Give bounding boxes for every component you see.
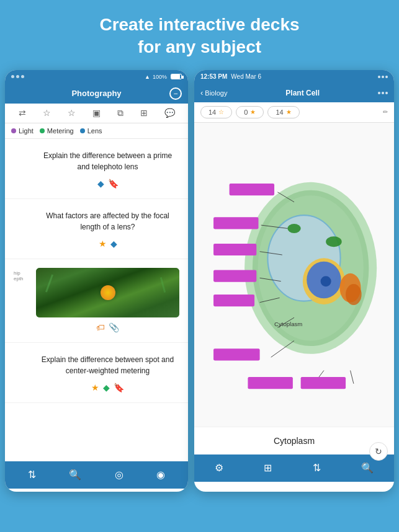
chloroplast-2 <box>287 224 300 233</box>
chip-metering[interactable]: Metering <box>40 127 74 135</box>
phone-bottom-sort-icon[interactable]: ⇅ <box>28 469 36 481</box>
card-1-icon-diamond: ◆ <box>97 179 104 188</box>
header: Create interactive decks for any subject <box>0 0 399 70</box>
layers-icon[interactable]: ▣ <box>92 108 101 118</box>
filter-chips: Light Metering Lens <box>5 123 188 139</box>
phone-menu-button[interactable]: − <box>169 87 182 100</box>
tablet-card-bottom: Cytoplasm <box>194 427 394 454</box>
cytoplasm-text: Cytoplasm <box>274 321 302 327</box>
filter-count-3: 14 <box>276 109 283 116</box>
battery-percent: 100% <box>153 74 167 80</box>
filter-count-2: 0 <box>244 109 248 116</box>
phone-bottom-target-icon[interactable]: ◉ <box>156 469 165 481</box>
label-box-1 <box>230 184 274 195</box>
tablet-mockup: 12:53 PM Wed Mar 6 ‹ Biology Plant Cell <box>194 70 394 492</box>
battery-bar <box>171 74 182 79</box>
menu-dot-1 <box>378 92 380 94</box>
card-1-text: Explain the difference between a prime a… <box>36 145 179 176</box>
card-3-image <box>36 268 179 317</box>
card-2-icons: ★ ◆ <box>36 236 179 252</box>
chip-light[interactable]: Light <box>11 127 34 135</box>
devices-row: ▲ 100% Photography − ⇄ ☆ ☆ ▣ ⧉ ⊞ 💬 <box>0 70 399 492</box>
star-icon[interactable]: ☆ <box>68 108 76 118</box>
card-4-stub <box>14 349 31 396</box>
phone-nav-bar: Photography − <box>5 84 188 104</box>
tablet-date: Wed Mar 6 <box>231 73 261 80</box>
tablet-bottom-grid-icon[interactable]: ⊞ <box>264 462 272 474</box>
tablet-bottom-search-icon[interactable]: 🔍 <box>361 462 374 474</box>
battery-fill <box>171 74 180 79</box>
card-3-stub: hipepth <box>14 265 31 336</box>
card-4-text: Explain the difference between spot and … <box>36 349 179 380</box>
copy-icon[interactable]: ⧉ <box>117 108 123 118</box>
edit-icon[interactable]: ✏ <box>383 109 388 115</box>
card-1-icons: ◆ 🔖 <box>36 176 179 192</box>
tablet-dot-1 <box>378 76 380 78</box>
tablet-back-button[interactable]: ‹ Biology <box>200 88 227 97</box>
chip-metering-label: Metering <box>47 127 74 135</box>
card-4-icons: ★ ◆ 🔖 <box>36 380 179 396</box>
card-1-stub <box>14 145 31 192</box>
phone-bottom-circle-icon[interactable]: ◎ <box>115 469 123 481</box>
card-3-body: 🏷 📎 <box>36 265 179 336</box>
tablet-back-label: Biology <box>205 89 227 97</box>
card-1-body: Explain the difference between a prime a… <box>36 145 179 192</box>
card-list: Explain the difference between a prime a… <box>5 139 188 461</box>
label-box-7 <box>248 377 292 389</box>
card-2-text: What factors are affected by the focal l… <box>36 205 179 236</box>
phone-status-right: ▲ 100% <box>145 74 182 80</box>
card-3-icon-tag: 🏷 <box>96 322 105 332</box>
card-2-body: What factors are affected by the focal l… <box>36 205 179 252</box>
filter-pill-14-star[interactable]: 14 ★ <box>267 106 299 118</box>
phone-status-bar: ▲ 100% <box>5 70 188 84</box>
chip-lens-label: Lens <box>87 127 102 135</box>
tablet-bottom-sort-icon[interactable]: ⇅ <box>313 462 321 474</box>
bottom-card-text: Cytoplasm <box>274 436 315 446</box>
header-title: Create interactive decks for any subject <box>25 14 374 59</box>
chip-lens[interactable]: Lens <box>80 127 102 135</box>
tablet-bottom-settings-icon[interactable]: ⚙ <box>215 462 223 474</box>
tablet-nav-title: Plant Cell <box>285 89 320 97</box>
chloroplast-1 <box>326 236 342 247</box>
chip-dot-metering <box>40 128 45 133</box>
tablet-dot-3 <box>385 76 388 78</box>
tablet-nav-bar: ‹ Biology Plant Cell <box>194 84 394 102</box>
grid-icon[interactable]: ⊞ <box>140 108 148 118</box>
chip-light-label: Light <box>19 127 34 135</box>
dot-3 <box>21 75 24 78</box>
bookmark-icon[interactable]: ☆ <box>43 108 51 118</box>
dot-2 <box>16 75 19 78</box>
card-1-icon-bookmark: 🔖 <box>108 179 119 188</box>
filter-star-filled-1: ★ <box>250 109 256 115</box>
filter-star-empty-1: ☆ <box>218 109 224 115</box>
filter-pill-14[interactable]: 14 ☆ <box>200 106 232 118</box>
card-3[interactable]: hipepth 🏷 📎 <box>5 259 188 343</box>
chat-icon[interactable]: 💬 <box>164 108 175 118</box>
card-4-icon-star: ★ <box>91 383 99 392</box>
filter-count-1: 14 <box>208 109 216 116</box>
refresh-icon: ↻ <box>375 446 382 456</box>
label-box-4 <box>213 270 256 282</box>
tablet-menu-dots[interactable] <box>378 92 388 94</box>
refresh-button[interactable]: ↻ <box>369 442 388 461</box>
cell-svg: Cytoplasm <box>194 123 394 427</box>
tablet-bottom-bar: ⚙ ⊞ ⇅ 🔍 <box>194 454 394 482</box>
phone-bottom-bar: ⇅ 🔍 ◎ ◉ <box>5 461 188 489</box>
card-4-body: Explain the difference between spot and … <box>36 349 179 396</box>
label-box-2 <box>213 217 258 229</box>
filter-pill-0[interactable]: 0 ★ <box>236 106 264 118</box>
menu-dot-2 <box>382 92 384 94</box>
chip-dot-lens <box>80 128 85 133</box>
menu-icon: − <box>173 90 177 97</box>
phone-mockup: ▲ 100% Photography − ⇄ ☆ ☆ ▣ ⧉ ⊞ 💬 <box>5 70 188 492</box>
line-8 <box>351 370 354 383</box>
nucleolus <box>321 276 331 286</box>
card-1[interactable]: Explain the difference between a prime a… <box>5 139 188 199</box>
filter-star-filled-2: ★ <box>286 109 292 115</box>
sort-icon[interactable]: ⇄ <box>19 108 26 118</box>
tablet-status-bar: 12:53 PM Wed Mar 6 <box>194 70 394 84</box>
card-4[interactable]: Explain the difference between spot and … <box>5 343 188 403</box>
phone-bottom-search-icon[interactable]: 🔍 <box>69 469 81 481</box>
tablet-status-dots <box>378 76 388 78</box>
card-2[interactable]: What factors are affected by the focal l… <box>5 199 188 259</box>
